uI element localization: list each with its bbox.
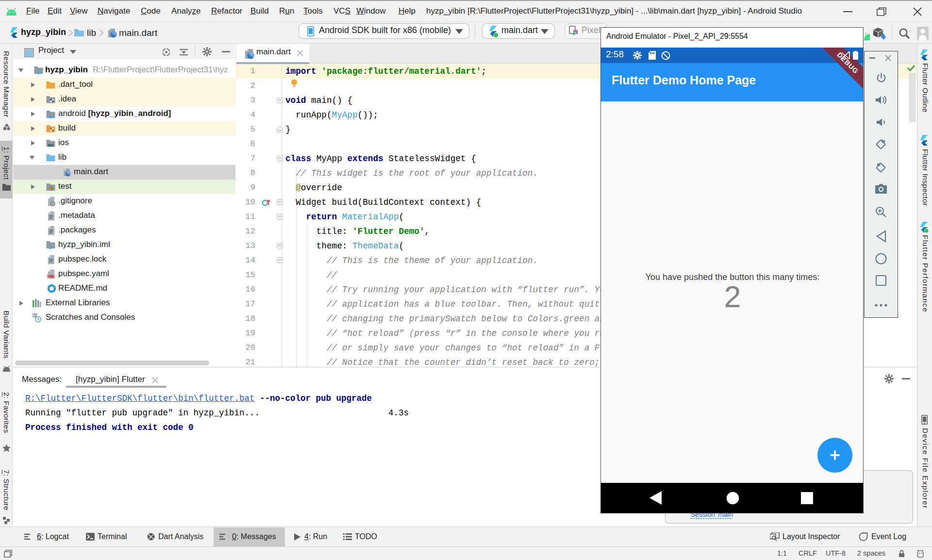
svg-text:YML: YML (48, 275, 55, 278)
